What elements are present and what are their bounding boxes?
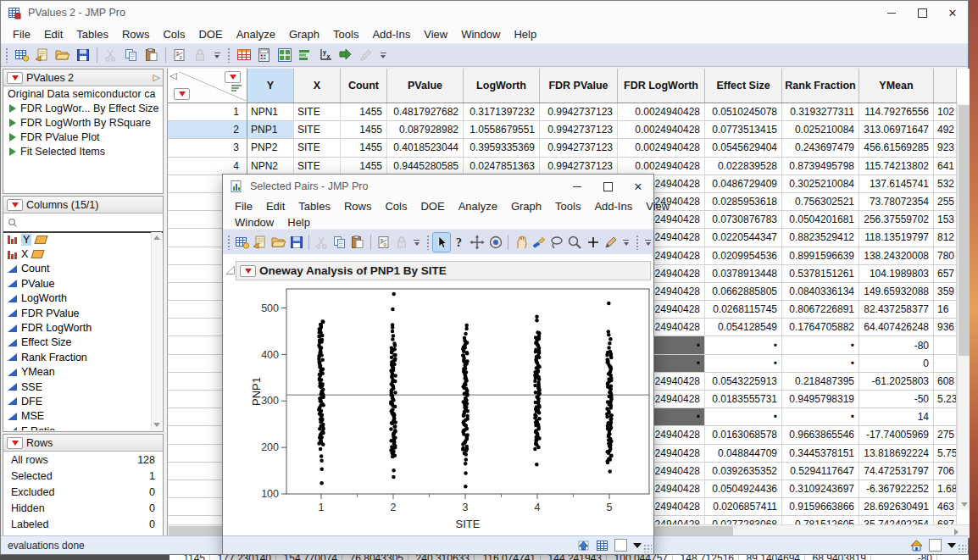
cell-x[interactable]: SITE — [294, 121, 341, 139]
cell-rank_fraction[interactable]: 0.3025210084 — [782, 175, 859, 193]
scroll-down-icon[interactable] — [153, 423, 160, 427]
columns-search-box[interactable] — [3, 213, 163, 233]
cell-effect_size[interactable]: 0.0285953618 — [705, 193, 782, 211]
column-header-logworth[interactable]: LogWorth — [464, 69, 540, 103]
data-table-icon[interactable] — [596, 540, 608, 552]
cell-effect_size[interactable]: 0.0543225913 — [705, 373, 782, 391]
rows-panel-header[interactable]: Rows — [3, 435, 163, 452]
cell-effect_size[interactable]: 0.0504924436 — [705, 480, 782, 498]
cell-sse[interactable] — [934, 408, 957, 426]
cell-rank_fraction[interactable]: 0.5294117647 — [782, 463, 859, 480]
close-button[interactable]: ✕ — [623, 175, 653, 198]
report-menu-graph[interactable]: Graph — [504, 198, 548, 214]
cell-num[interactable]: 1 — [168, 103, 247, 121]
cut-button[interactable] — [314, 233, 330, 252]
cell-ymean[interactable]: 118.13519797 — [859, 229, 934, 247]
cell-sse[interactable]: 492 — [934, 121, 957, 139]
menu-graph[interactable]: Graph — [282, 26, 326, 42]
cell-rank_fraction[interactable]: 0.9495798319 — [782, 391, 859, 408]
red-triangle-menu-icon[interactable] — [225, 71, 241, 83]
column-header-fdr-logworth[interactable]: FDR LogWorth — [618, 69, 705, 103]
cell-effect_size[interactable]: 0.0392635352 — [705, 463, 782, 480]
status-checkbox[interactable] — [929, 539, 942, 552]
cell-ymean[interactable]: 137.6145741 — [859, 175, 934, 193]
cell-rank_fraction[interactable]: • — [782, 408, 859, 426]
cell-ymean[interactable]: -61.2025803 — [859, 373, 934, 391]
cell-sse[interactable]: 812 — [934, 229, 957, 247]
column-item-dfe[interactable]: DFE — [4, 394, 152, 408]
cell-fdr_pvalue[interactable]: 0.9942737123 — [540, 139, 618, 157]
cell-ymean[interactable]: 13.818692224 — [859, 445, 934, 463]
columns-panel-header[interactable]: Columns (15/1) — [3, 197, 163, 213]
cell-pvalue[interactable]: 0.9445280585 — [387, 158, 464, 175]
grid-corner-cell[interactable]: ◁ — [168, 69, 247, 103]
cell-effect_size[interactable]: 0.0163068578 — [705, 426, 782, 444]
cell-effect_size[interactable]: 0.0510245078 — [705, 103, 782, 121]
cell-rank_fraction[interactable]: 0.3445378151 — [782, 445, 859, 463]
move-button[interactable] — [470, 233, 486, 252]
column-item-sse[interactable]: SSE — [4, 380, 152, 394]
column-item-fdr-pvalue[interactable]: FDR PValue — [4, 306, 152, 320]
columns-scrollbar[interactable] — [151, 232, 162, 430]
cell-logworth[interactable]: 0.3959335369 — [464, 139, 540, 157]
resize-grip[interactable] — [958, 544, 966, 552]
status-checkbox[interactable] — [614, 539, 627, 552]
cell-effect_size[interactable]: • — [705, 355, 782, 373]
new-data-table-button[interactable] — [13, 46, 31, 64]
cell-effect_size[interactable]: 0.0486729409 — [705, 175, 782, 193]
column-item-mse[interactable]: MSE — [4, 409, 152, 424]
cell-fdr_logworth[interactable]: 0.0024940428 — [618, 139, 705, 157]
cell-sse[interactable]: 706 — [934, 463, 957, 480]
cell-ymean[interactable]: -80 — [859, 336, 934, 354]
panel-expand-icon[interactable]: ▷ — [153, 72, 160, 83]
toolbar-overflow-icon[interactable] — [378, 53, 388, 58]
report-menu-rows[interactable]: Rows — [337, 198, 379, 214]
open-folder-button[interactable] — [270, 233, 286, 252]
cell-effect_size[interactable]: 0.0220544347 — [705, 229, 782, 247]
cell-rank_fraction[interactable]: 0.218487395 — [782, 373, 859, 391]
cell-rank_fraction[interactable]: 0.5378151261 — [782, 265, 859, 283]
column-item-rank-fraction[interactable]: Rank Fraction — [4, 350, 152, 364]
save-button[interactable] — [74, 46, 92, 64]
toolbar-overflow-icon[interactable] — [412, 240, 420, 246]
cell-effect_size[interactable]: 0.0378913448 — [705, 265, 782, 283]
formula-button[interactable] — [255, 46, 274, 64]
preferences-button[interactable]: 50 — [170, 46, 189, 64]
cell-logworth[interactable]: 0.0247851363 — [464, 158, 540, 175]
cell-sse[interactable]: 153 — [934, 211, 957, 229]
home-window-icon[interactable] — [910, 540, 923, 552]
minimize-button[interactable] — [876, 1, 907, 25]
cell-y[interactable]: NPN1 — [247, 103, 294, 121]
cut-button[interactable] — [102, 46, 120, 64]
yx-plot-button[interactable]: yx — [316, 46, 335, 64]
cell-count[interactable]: 1455 — [341, 158, 387, 175]
cell-num[interactable]: 2 — [168, 121, 247, 139]
column-header-rank-fraction[interactable]: Rank Fraction — [782, 69, 859, 103]
cell-effect_size[interactable]: 0.0268115745 — [705, 301, 782, 319]
cell-sse[interactable]: 102 — [934, 103, 957, 121]
cell-rank_fraction[interactable]: 0.9159663866 — [782, 498, 859, 516]
report-menu-add-ins[interactable]: Add-Ins — [587, 198, 639, 214]
column-item-logworth[interactable]: LogWorth — [4, 291, 152, 306]
target-button[interactable] — [487, 233, 503, 252]
cell-fdr_logworth[interactable]: 0.0024940428 — [618, 121, 705, 139]
cell-ymean[interactable]: 138.24320008 — [859, 247, 934, 265]
cell-ymean[interactable]: 28.692630491 — [859, 498, 934, 516]
preferences-button[interactable]: 50 — [375, 233, 392, 252]
column-header-fdr-pvalue[interactable]: FDR PValue — [540, 69, 618, 103]
cell-count[interactable]: 1455 — [341, 139, 387, 157]
cell-rank_fraction[interactable]: 0.9663865546 — [782, 426, 859, 444]
cell-ymean[interactable]: 313.06971647 — [859, 121, 934, 139]
cell-sse[interactable] — [934, 355, 957, 373]
journal-button[interactable] — [253, 233, 269, 252]
menu-view[interactable]: View — [417, 26, 454, 42]
cell-fdr_pvalue[interactable]: 0.9942737123 — [540, 158, 618, 175]
cell-y[interactable]: PNP2 — [247, 139, 294, 157]
cell-sse[interactable]: 275 — [934, 426, 957, 444]
menu-file[interactable]: File — [6, 26, 37, 42]
lock-button[interactable] — [393, 233, 409, 252]
report-menu-analyze[interactable]: Analyze — [452, 198, 504, 214]
column-header-count[interactable]: Count — [341, 69, 387, 103]
cell-ymean[interactable]: -17.74005969 — [859, 426, 934, 444]
status-dropdown-icon[interactable] — [633, 543, 642, 548]
